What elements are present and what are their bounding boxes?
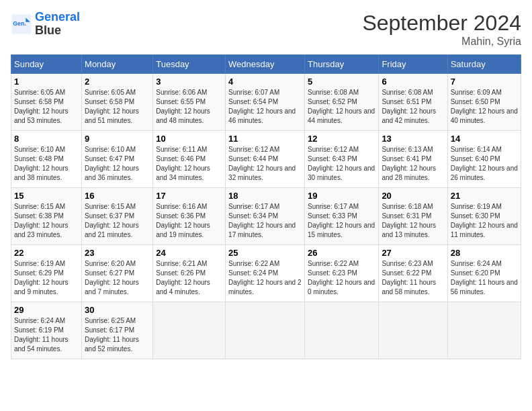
day-info: Sunrise: 6:20 AM Sunset: 6:27 PM Dayligh…	[85, 259, 150, 297]
day-number: 9	[85, 134, 150, 144]
day-info: Sunrise: 6:22 AM Sunset: 6:23 PM Dayligh…	[308, 259, 375, 297]
calendar-cell: 3 Sunrise: 6:06 AM Sunset: 6:55 PM Dayli…	[153, 74, 226, 131]
calendar-cell: 4 Sunrise: 6:07 AM Sunset: 6:54 PM Dayli…	[226, 74, 305, 131]
day-info: Sunrise: 6:17 AM Sunset: 6:33 PM Dayligh…	[308, 202, 375, 240]
day-info: Sunrise: 6:09 AM Sunset: 6:50 PM Dayligh…	[451, 88, 518, 126]
day-number: 21	[451, 191, 518, 201]
day-info: Sunrise: 6:23 AM Sunset: 6:22 PM Dayligh…	[382, 259, 444, 297]
day-number: 24	[156, 248, 222, 258]
logo-icon: Gen.	[11, 13, 32, 35]
calendar-cell: 19 Sunrise: 6:17 AM Sunset: 6:33 PM Dayl…	[305, 188, 379, 245]
calendar-cell: 17 Sunrise: 6:16 AM Sunset: 6:36 PM Dayl…	[153, 188, 226, 245]
calendar-cell: 28 Sunrise: 6:24 AM Sunset: 6:20 PM Dayl…	[447, 245, 521, 302]
calendar-cell: 10 Sunrise: 6:11 AM Sunset: 6:46 PM Dayl…	[153, 131, 226, 188]
day-info: Sunrise: 6:19 AM Sunset: 6:30 PM Dayligh…	[451, 202, 518, 240]
calendar-cell: 18 Sunrise: 6:17 AM Sunset: 6:34 PM Dayl…	[226, 188, 305, 245]
calendar-cell	[153, 302, 226, 359]
day-number: 10	[156, 134, 222, 144]
day-info: Sunrise: 6:22 AM Sunset: 6:24 PM Dayligh…	[228, 259, 302, 297]
calendar-cell: 13 Sunrise: 6:13 AM Sunset: 6:41 PM Dayl…	[379, 131, 447, 188]
day-number: 23	[85, 248, 150, 258]
day-info: Sunrise: 6:12 AM Sunset: 6:44 PM Dayligh…	[228, 145, 302, 183]
day-number: 8	[14, 134, 79, 144]
day-number: 26	[308, 248, 375, 258]
calendar-week-row: 15 Sunrise: 6:15 AM Sunset: 6:38 PM Dayl…	[11, 188, 521, 245]
day-number: 2	[85, 77, 150, 87]
calendar-header-row: SundayMondayTuesdayWednesdayThursdayFrid…	[11, 55, 521, 74]
day-info: Sunrise: 6:21 AM Sunset: 6:26 PM Dayligh…	[156, 259, 222, 297]
day-number: 6	[382, 77, 444, 87]
day-info: Sunrise: 6:05 AM Sunset: 6:58 PM Dayligh…	[14, 88, 79, 126]
day-info: Sunrise: 6:14 AM Sunset: 6:40 PM Dayligh…	[451, 145, 518, 183]
day-number: 30	[85, 305, 150, 315]
day-info: Sunrise: 6:08 AM Sunset: 6:51 PM Dayligh…	[382, 88, 444, 126]
day-info: Sunrise: 6:16 AM Sunset: 6:36 PM Dayligh…	[156, 202, 222, 240]
day-info: Sunrise: 6:11 AM Sunset: 6:46 PM Dayligh…	[156, 145, 222, 183]
logo-text: General Blue	[35, 11, 80, 38]
day-info: Sunrise: 6:18 AM Sunset: 6:31 PM Dayligh…	[382, 202, 444, 240]
logo-line1: General	[35, 10, 80, 24]
day-number: 29	[14, 305, 79, 315]
day-info: Sunrise: 6:25 AM Sunset: 6:17 PM Dayligh…	[85, 316, 150, 354]
day-info: Sunrise: 6:12 AM Sunset: 6:43 PM Dayligh…	[308, 145, 375, 183]
calendar-week-row: 8 Sunrise: 6:10 AM Sunset: 6:48 PM Dayli…	[11, 131, 521, 188]
calendar-table: SundayMondayTuesdayWednesdayThursdayFrid…	[11, 54, 521, 359]
day-number: 13	[382, 134, 444, 144]
calendar-cell	[447, 302, 521, 359]
logo-line2: Blue	[35, 24, 80, 38]
day-of-week-header: Wednesday	[226, 55, 305, 74]
calendar-week-row: 1 Sunrise: 6:05 AM Sunset: 6:58 PM Dayli…	[11, 74, 521, 131]
day-of-week-header: Saturday	[447, 55, 521, 74]
calendar-cell: 12 Sunrise: 6:12 AM Sunset: 6:43 PM Dayl…	[305, 131, 379, 188]
logo: Gen. General Blue	[11, 11, 80, 38]
day-number: 19	[308, 191, 375, 201]
day-info: Sunrise: 6:17 AM Sunset: 6:34 PM Dayligh…	[228, 202, 302, 240]
calendar-cell: 16 Sunrise: 6:15 AM Sunset: 6:37 PM Dayl…	[82, 188, 153, 245]
title-area: September 2024 Mahin, Syria	[362, 11, 521, 48]
calendar-cell: 7 Sunrise: 6:09 AM Sunset: 6:50 PM Dayli…	[447, 74, 521, 131]
calendar-cell: 9 Sunrise: 6:10 AM Sunset: 6:47 PM Dayli…	[82, 131, 153, 188]
day-number: 25	[228, 248, 302, 258]
day-number: 3	[156, 77, 222, 87]
calendar-week-row: 29 Sunrise: 6:24 AM Sunset: 6:19 PM Dayl…	[11, 302, 521, 359]
day-number: 4	[228, 77, 302, 87]
calendar-cell: 25 Sunrise: 6:22 AM Sunset: 6:24 PM Dayl…	[226, 245, 305, 302]
calendar-cell: 23 Sunrise: 6:20 AM Sunset: 6:27 PM Dayl…	[82, 245, 153, 302]
calendar-cell: 8 Sunrise: 6:10 AM Sunset: 6:48 PM Dayli…	[11, 131, 82, 188]
day-number: 5	[308, 77, 375, 87]
calendar-cell: 6 Sunrise: 6:08 AM Sunset: 6:51 PM Dayli…	[379, 74, 447, 131]
day-info: Sunrise: 6:05 AM Sunset: 6:58 PM Dayligh…	[85, 88, 150, 126]
calendar-cell: 14 Sunrise: 6:14 AM Sunset: 6:40 PM Dayl…	[447, 131, 521, 188]
day-info: Sunrise: 6:10 AM Sunset: 6:48 PM Dayligh…	[14, 145, 79, 183]
page-header: Gen. General Blue September 2024 Mahin, …	[11, 11, 521, 48]
calendar-cell: 1 Sunrise: 6:05 AM Sunset: 6:58 PM Dayli…	[11, 74, 82, 131]
month-title: September 2024	[362, 11, 521, 36]
day-of-week-header: Thursday	[305, 55, 379, 74]
calendar-cell: 11 Sunrise: 6:12 AM Sunset: 6:44 PM Dayl…	[226, 131, 305, 188]
day-info: Sunrise: 6:19 AM Sunset: 6:29 PM Dayligh…	[14, 259, 79, 297]
day-number: 20	[382, 191, 444, 201]
day-of-week-header: Friday	[379, 55, 447, 74]
day-number: 7	[451, 77, 518, 87]
location: Mahin, Syria	[362, 36, 521, 48]
day-of-week-header: Monday	[82, 55, 153, 74]
day-of-week-header: Sunday	[11, 55, 82, 74]
day-number: 17	[156, 191, 222, 201]
day-number: 16	[85, 191, 150, 201]
calendar-cell: 26 Sunrise: 6:22 AM Sunset: 6:23 PM Dayl…	[305, 245, 379, 302]
calendar-week-row: 22 Sunrise: 6:19 AM Sunset: 6:29 PM Dayl…	[11, 245, 521, 302]
calendar-cell	[379, 302, 447, 359]
day-number: 28	[451, 248, 518, 258]
day-info: Sunrise: 6:15 AM Sunset: 6:38 PM Dayligh…	[14, 202, 79, 240]
calendar-cell: 22 Sunrise: 6:19 AM Sunset: 6:29 PM Dayl…	[11, 245, 82, 302]
day-info: Sunrise: 6:07 AM Sunset: 6:54 PM Dayligh…	[228, 88, 302, 126]
calendar-cell: 27 Sunrise: 6:23 AM Sunset: 6:22 PM Dayl…	[379, 245, 447, 302]
day-number: 18	[228, 191, 302, 201]
day-of-week-header: Tuesday	[153, 55, 226, 74]
calendar-cell: 21 Sunrise: 6:19 AM Sunset: 6:30 PM Dayl…	[447, 188, 521, 245]
day-info: Sunrise: 6:24 AM Sunset: 6:20 PM Dayligh…	[451, 259, 518, 297]
calendar-cell: 20 Sunrise: 6:18 AM Sunset: 6:31 PM Dayl…	[379, 188, 447, 245]
calendar-cell: 24 Sunrise: 6:21 AM Sunset: 6:26 PM Dayl…	[153, 245, 226, 302]
day-number: 12	[308, 134, 375, 144]
calendar-cell: 30 Sunrise: 6:25 AM Sunset: 6:17 PM Dayl…	[82, 302, 153, 359]
